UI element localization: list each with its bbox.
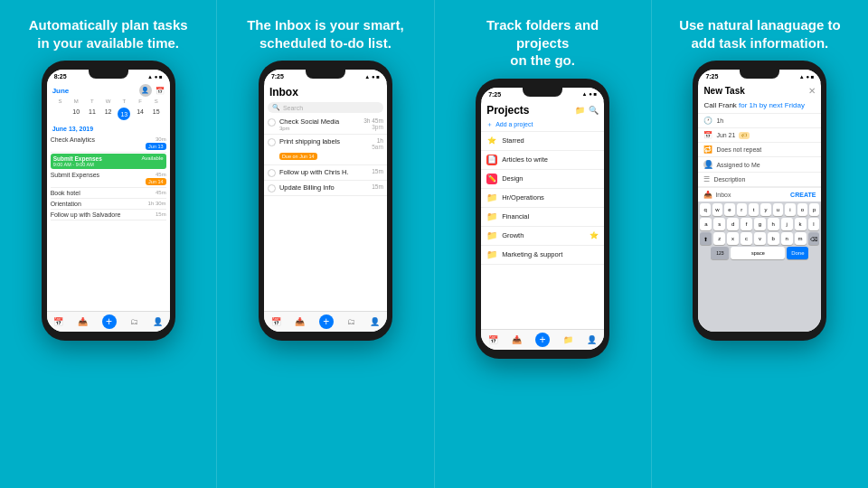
cal-icon-calendar[interactable]: 📅 [156, 87, 165, 95]
desc-label: Description [713, 176, 745, 183]
task-checkbox-3[interactable] [268, 169, 276, 177]
task-detail-date[interactable]: 📅 Jun 21 🏷 [698, 128, 821, 143]
tab-trash-2[interactable]: 🗂 [347, 317, 355, 326]
project-growth[interactable]: 📁 Growth ⭐ [481, 227, 604, 246]
task-detail-repeat[interactable]: 🔁 Does not repeat [698, 143, 821, 157]
projects-title: Projects [486, 104, 529, 117]
task-name: Check Analytics [51, 136, 95, 143]
key-x[interactable]: x [727, 232, 739, 245]
assign-label: Assigned to Me [716, 162, 760, 168]
key-l[interactable]: l [808, 218, 820, 230]
key-m[interactable]: m [795, 232, 807, 245]
task-detail-desc[interactable]: ☰ Description [698, 173, 821, 187]
key-g[interactable]: g [754, 218, 766, 230]
task-detail-duration[interactable]: 🕐 1h [698, 114, 821, 128]
tab-calendar-2[interactable]: 📅 [271, 317, 281, 326]
task-detail-assign[interactable]: 👤 Assigned to Me [698, 157, 821, 173]
tab-folder-3[interactable]: 📁 [563, 335, 573, 344]
notch-1 [89, 70, 128, 79]
inbox-bottom-label: Inbox [715, 192, 731, 198]
close-button[interactable]: ✕ [808, 86, 816, 96]
key-p[interactable]: p [809, 203, 819, 216]
project-name: Growth [502, 231, 585, 239]
task-input-area[interactable]: Call Frank for 1h by next Friday [698, 98, 821, 114]
search-icon-projects[interactable]: 🔍 [589, 106, 599, 115]
new-task-header: New Task ✕ [698, 82, 821, 98]
key-k[interactable]: k [795, 218, 807, 230]
inbox-task-4: Update Billing Info 15m [264, 181, 387, 196]
inbox-search[interactable]: 🔍 Search [268, 102, 383, 113]
key-f[interactable]: f [741, 218, 752, 230]
key-z[interactable]: z [713, 232, 725, 245]
keyboard-row-2: a s d f g h j k l [700, 218, 819, 230]
key-e[interactable]: e [724, 203, 734, 216]
phone-2: 7:25 ▲ ● ■ Inbox 🔍 Search Check Social M… [259, 61, 392, 341]
key-b[interactable]: b [768, 232, 779, 245]
key-s[interactable]: s [713, 218, 725, 230]
key-space[interactable]: space [731, 247, 785, 259]
project-articles[interactable]: 📄 Articles to write [481, 151, 604, 170]
task-checkbox-1[interactable] [268, 118, 276, 127]
key-d[interactable]: d [727, 218, 739, 230]
tab-add-3[interactable]: + [535, 333, 550, 347]
key-backspace[interactable]: ⌫ [808, 232, 820, 245]
tab-add[interactable]: + [102, 314, 117, 329]
tab-inbox[interactable]: 📥 [78, 317, 88, 326]
task-checkbox-4[interactable] [268, 184, 276, 192]
tab-inbox-3[interactable]: 📥 [512, 335, 522, 344]
folder-icon[interactable]: 📁 [575, 106, 585, 115]
tab-trash[interactable]: 🗂 [130, 317, 138, 326]
key-w[interactable]: w [712, 203, 722, 216]
add-project-row[interactable]: ＋ Add a project [481, 118, 604, 132]
key-n[interactable]: n [781, 232, 793, 245]
key-r[interactable]: r [737, 203, 747, 216]
project-financial[interactable]: 📁 Financial [481, 208, 604, 227]
person-icon: 👤 [703, 160, 712, 169]
cal-task-5: Follow up with Salvadore 15m [51, 210, 166, 221]
key-h[interactable]: h [768, 218, 779, 230]
project-starred[interactable]: ⭐ Starred [481, 132, 604, 151]
key-c[interactable]: c [741, 232, 752, 245]
tab-person-2[interactable]: 👤 [370, 317, 380, 326]
task-input-text: Call Frank for 1h by next Friday [703, 100, 816, 110]
key-o[interactable]: o [797, 203, 807, 216]
project-name: Articles to write [502, 155, 599, 164]
project-name: Marketing & support [502, 250, 599, 258]
project-marketing[interactable]: 📁 Marketing & support [481, 246, 604, 265]
inbox-task-3: Follow up with Chris H. 15m [264, 165, 387, 181]
task-name-text: Call Frank [703, 101, 736, 109]
tab-person-3[interactable]: 👤 [587, 335, 597, 344]
tab-inbox-2[interactable]: 📥 [295, 317, 305, 326]
tab-add-2[interactable]: + [319, 314, 334, 329]
key-i[interactable]: i [785, 203, 795, 216]
task-checkbox-2[interactable] [268, 138, 276, 146]
panel-projects: Track folders and projects on the go. 7:… [434, 0, 651, 488]
key-u[interactable]: u [773, 203, 783, 216]
key-v[interactable]: v [754, 232, 766, 245]
inbox-title: Inbox [264, 82, 387, 100]
key-y[interactable]: y [760, 203, 770, 216]
add-project-label: Add a project [495, 121, 533, 127]
key-done[interactable]: Done [787, 247, 808, 259]
cal-task-1: Check Analytics 30m Jun 13 [51, 135, 166, 153]
search-icon: 🔍 [272, 104, 280, 111]
key-a[interactable]: a [700, 218, 712, 230]
key-j[interactable]: j [781, 218, 793, 230]
tab-calendar[interactable]: 📅 [53, 317, 63, 326]
duration-label: 1h [716, 117, 723, 124]
articles-icon: 📄 [486, 155, 497, 165]
key-t[interactable]: t [749, 203, 759, 216]
create-button[interactable]: CREATE [790, 192, 816, 198]
tab-calendar-3[interactable]: 📅 [488, 335, 498, 344]
marketing-icon: 📁 [486, 249, 497, 260]
tab-person[interactable]: 👤 [153, 317, 163, 326]
key-shift[interactable]: ⬆ [700, 232, 712, 245]
project-design[interactable]: ✏️ Design [481, 170, 604, 189]
tab-bar-1: 📅 📥 + 🗂 👤 [47, 311, 170, 332]
phone-1: 8:25 ▲ ● ■ June 👤 📅 SMTWTFS 101112131 [42, 61, 175, 341]
hr-icon: 📁 [486, 192, 497, 203]
project-hr[interactable]: 📁 Hr/Operations [481, 189, 604, 208]
key-q[interactable]: q [700, 203, 710, 216]
key-123[interactable]: 123 [711, 247, 729, 259]
keyboard-row-1: q w e r t y u i o p [700, 203, 819, 216]
